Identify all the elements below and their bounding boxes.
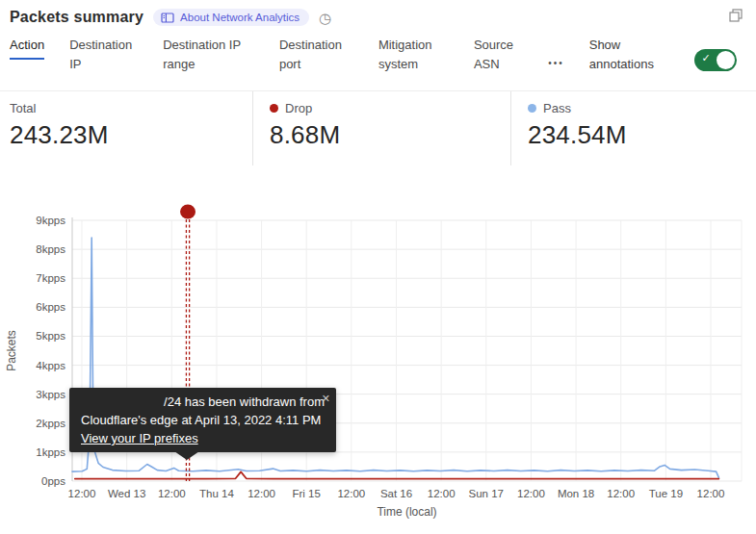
stat-pass-value: 234.54M	[528, 120, 741, 150]
tab-destination-ip-range[interactable]: Destination IP range	[163, 36, 254, 77]
stats-row: Total 243.23M Drop 8.68M Pass 234.54M	[0, 90, 756, 165]
show-annotations-toggle[interactable]: ✓	[694, 49, 737, 71]
stat-total-label: Total	[10, 101, 36, 115]
x-tick-label: Wed 13	[108, 488, 145, 499]
y-tick-label: 5kpps	[36, 330, 65, 342]
drop-legend-dot	[270, 104, 278, 113]
restore-window-icon[interactable]	[729, 9, 743, 26]
y-tick-label: 8kpps	[36, 243, 65, 255]
tab-mitigation-system[interactable]: Mitigation system	[378, 36, 449, 77]
tab-destination-port[interactable]: Destination port	[279, 36, 353, 77]
close-icon[interactable]: ✕	[322, 390, 330, 408]
about-network-analytics-badge[interactable]: About Network Analytics	[153, 9, 309, 26]
stat-total-value: 243.23M	[10, 120, 237, 150]
pass-legend-dot	[528, 104, 536, 113]
stat-pass-label: Pass	[543, 101, 571, 115]
tooltip-line1: /24 has been withdrawn from	[81, 393, 325, 411]
stat-drop-value: 8.68M	[270, 120, 495, 150]
toggle-knob	[717, 51, 735, 69]
annotation-tooltip: ✕ /24 has been withdrawn from Cloudflare…	[69, 388, 336, 452]
y-axis-title: Packets	[5, 330, 18, 371]
badge-label: About Network Analytics	[180, 12, 300, 23]
annotation-dot[interactable]	[180, 205, 196, 219]
page-title: Packets summary	[10, 9, 143, 26]
x-tick-label: 12:00	[158, 488, 186, 499]
x-tick-label: 12:00	[517, 488, 545, 499]
stat-pass: Pass 234.54M	[510, 91, 756, 165]
tab-bar: Action Destination IP Destination IP ran…	[0, 30, 756, 84]
more-tabs-ellipsis-icon[interactable]: •••	[548, 58, 564, 68]
stat-drop-label: Drop	[285, 101, 312, 115]
y-tick-label: 3kpps	[36, 389, 65, 400]
packets-chart: 0pps1kpps2kpps3kpps4kpps5kpps6kpps7kpps8…	[0, 192, 756, 534]
x-tick-label: 12:00	[428, 488, 456, 499]
tab-destination-ip[interactable]: Destination IP	[69, 36, 138, 77]
y-tick-label: 0pps	[41, 475, 65, 487]
x-tick-label: Mon 18	[558, 488, 594, 499]
x-tick-label: 12:00	[607, 488, 635, 499]
show-annotations-label: Show annotations	[589, 36, 669, 74]
y-tick-label: 6kpps	[36, 301, 65, 313]
x-tick-label: Sat 16	[380, 488, 412, 499]
x-axis-title: Time (local)	[377, 505, 436, 519]
stat-total: Total 243.23M	[0, 91, 252, 165]
y-tick-label: 4kpps	[36, 360, 65, 371]
x-tick-label: Tue 19	[649, 488, 683, 499]
x-tick-label: 12:00	[68, 488, 96, 499]
y-tick-label: 2kpps	[36, 418, 65, 429]
y-tick-label: 1kpps	[36, 446, 65, 458]
book-icon	[161, 13, 174, 23]
tooltip-line2: Cloudflare's edge at April 13, 2022 4:11…	[81, 411, 325, 429]
tooltip-pointer	[174, 451, 199, 460]
check-icon: ✓	[702, 52, 711, 64]
stat-drop: Drop 8.68M	[252, 91, 510, 165]
x-tick-label: 12:00	[248, 488, 275, 499]
y-tick-label: 9kpps	[36, 215, 65, 226]
x-tick-label: Sun 17	[469, 488, 504, 499]
x-tick-label: Fri 15	[293, 488, 321, 499]
y-tick-label: 7kpps	[36, 272, 65, 284]
tab-source-asn[interactable]: Source ASN	[474, 36, 523, 77]
x-tick-label: 12:00	[697, 488, 725, 499]
tab-action[interactable]: Action	[10, 36, 44, 60]
view-ip-prefixes-link[interactable]: View your IP prefixes	[81, 431, 198, 445]
x-tick-label: Thu 14	[199, 488, 234, 499]
header: Packets summary About Network Analytics …	[0, 0, 756, 30]
x-tick-label: 12:00	[337, 488, 365, 499]
clock-icon[interactable]: ◷	[319, 11, 331, 25]
